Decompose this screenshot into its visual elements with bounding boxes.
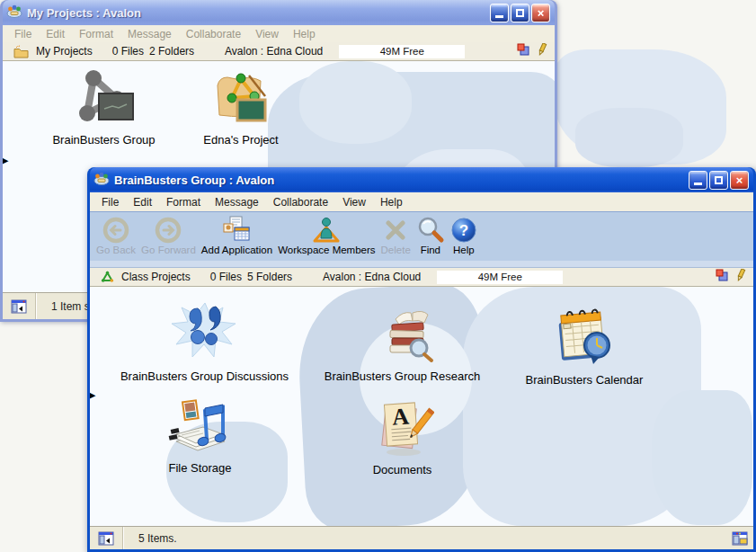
watermark <box>652 390 752 525</box>
menu-bar: File Edit Format Message Collaborate Vie… <box>90 192 753 211</box>
item-counts: 0 Files5 Folders <box>210 271 298 283</box>
desktop-icon-calendar[interactable]: BrainBusters Calendar <box>485 308 683 387</box>
documents-icon: A <box>371 400 434 458</box>
maximize-button[interactable] <box>511 4 529 22</box>
status-bar: 5 Items. <box>90 526 753 549</box>
discussions-icon <box>169 299 241 364</box>
icon-label: BrainBusters Group Discussions <box>99 369 310 383</box>
icon-label: BrainBusters Calendar <box>485 373 683 387</box>
minimize-button[interactable] <box>490 4 509 22</box>
workspace-content: BrainBusters Group Discussions BrainBust… <box>90 287 753 526</box>
menu-view[interactable]: View <box>335 196 373 209</box>
files-count: 0 Files <box>210 271 242 283</box>
folder-name: Class Projects <box>121 271 191 283</box>
back-arrow-icon <box>102 215 130 245</box>
menu-help[interactable]: Help <box>373 196 410 209</box>
workspace-members-button[interactable]: Workspace Members <box>276 215 377 255</box>
desktop-icon-discussions[interactable]: BrainBusters Group Discussions <box>99 299 310 383</box>
menu-file[interactable]: File <box>7 28 39 40</box>
menu-view[interactable]: View <box>248 28 286 40</box>
delete-button: Delete <box>379 215 413 255</box>
desktop: { "app": { "back_title": "My Projects : … <box>0 0 756 552</box>
calendar-icon <box>549 308 619 368</box>
maximize-button[interactable] <box>709 171 728 190</box>
help-button[interactable]: ? Help <box>449 215 479 255</box>
menu-file[interactable]: File <box>94 196 126 209</box>
icon-label: Edna's Project <box>165 133 317 147</box>
toolbar-strip <box>90 261 753 268</box>
files-count: 0 Files <box>112 45 144 58</box>
svg-text:A: A <box>391 403 410 430</box>
go-back-button: Go Back <box>94 215 138 255</box>
menu-edit[interactable]: Edit <box>126 196 159 209</box>
desktop-icon-research[interactable]: BrainBusters Group Research <box>306 307 499 383</box>
panel-toggle-icon[interactable] <box>90 531 122 546</box>
minimize-button[interactable] <box>689 171 707 190</box>
desktop-icon-file-storage[interactable]: File Storage <box>108 396 292 475</box>
close-button[interactable]: × <box>730 171 749 190</box>
account-label: Avalon : Edna Cloud <box>225 45 323 58</box>
project-folder-icon <box>211 68 271 128</box>
menu-format[interactable]: Format <box>159 196 208 209</box>
item-counts: 0 Files2 Folders <box>112 45 200 58</box>
panel-toggle-icon[interactable] <box>3 299 35 314</box>
toolbar: Go Back Go Forward <box>90 211 753 261</box>
delete-x-icon <box>382 215 409 245</box>
add-application-icon <box>221 215 252 245</box>
menu-message[interactable]: Message <box>208 196 266 209</box>
collapse-arrow[interactable]: ▶ <box>3 156 8 165</box>
close-button[interactable]: × <box>531 4 550 22</box>
group-network-icon <box>70 67 138 128</box>
menu-edit[interactable]: Edit <box>39 28 72 40</box>
folder-name: My Projects <box>36 45 93 58</box>
desktop-icon-ednas-project[interactable]: Edna's Project <box>165 68 317 147</box>
panel-toggle-right-icon[interactable] <box>732 531 753 546</box>
desktop-icon-documents[interactable]: A Documents <box>310 400 494 476</box>
menu-bar: File Edit Format Message Collaborate Vie… <box>3 25 555 42</box>
desktop-watermark <box>575 108 683 167</box>
folders-count: 5 Folders <box>247 271 292 283</box>
shared-icon[interactable] <box>716 269 729 285</box>
icon-label: Documents <box>310 463 494 476</box>
forward-arrow-icon <box>154 215 182 245</box>
find-button[interactable]: Find <box>414 215 447 255</box>
research-books-icon <box>369 307 437 364</box>
go-forward-button: Go Forward <box>139 215 198 255</box>
menu-message[interactable]: Message <box>120 28 179 40</box>
search-icon <box>416 215 445 245</box>
edit-pencil-icon[interactable] <box>735 269 746 285</box>
menu-format[interactable]: Format <box>72 28 120 40</box>
add-application-button[interactable]: Add Application <box>200 215 274 255</box>
info-bar: Class Projects 0 Files5 Folders Avalon :… <box>90 268 753 287</box>
free-space-indicator: 49M Free <box>437 271 563 284</box>
window-title: BrainBusters Group : Avalon <box>114 174 687 187</box>
folder-icon <box>13 45 29 58</box>
title-bar[interactable]: My Projects : Avalon × <box>3 0 555 25</box>
folders-count: 2 Folders <box>149 45 194 58</box>
app-icon <box>93 172 110 189</box>
status-text: 5 Items. <box>138 532 177 545</box>
icon-label: File Storage <box>108 461 292 475</box>
status-text: 1 Item s <box>51 300 90 313</box>
window-title: My Projects : Avalon <box>27 6 488 20</box>
account-label: Avalon : Edna Cloud <box>323 271 421 283</box>
file-storage-icon <box>165 396 236 456</box>
shared-icon[interactable] <box>517 43 530 59</box>
icon-label: BrainBusters Group Research <box>306 369 499 383</box>
app-icon <box>6 4 22 22</box>
free-space-indicator: 49M Free <box>339 45 465 58</box>
menu-collaborate[interactable]: Collaborate <box>266 196 335 209</box>
edit-pencil-icon[interactable] <box>537 43 547 59</box>
svg-text:?: ? <box>459 222 468 239</box>
menu-help[interactable]: Help <box>286 28 323 40</box>
collapse-arrow[interactable]: ▶ <box>90 390 95 400</box>
info-bar: My Projects 0 Files2 Folders Avalon : Ed… <box>3 42 555 61</box>
menu-collaborate[interactable]: Collaborate <box>179 28 248 40</box>
window-brainbusters-group: BrainBusters Group : Avalon × File Edit … <box>87 167 756 552</box>
members-icon <box>311 215 342 245</box>
help-icon: ? <box>450 215 477 245</box>
class-projects-icon <box>101 271 114 283</box>
title-bar[interactable]: BrainBusters Group : Avalon × <box>90 167 753 192</box>
desktop-watermark <box>556 49 726 165</box>
